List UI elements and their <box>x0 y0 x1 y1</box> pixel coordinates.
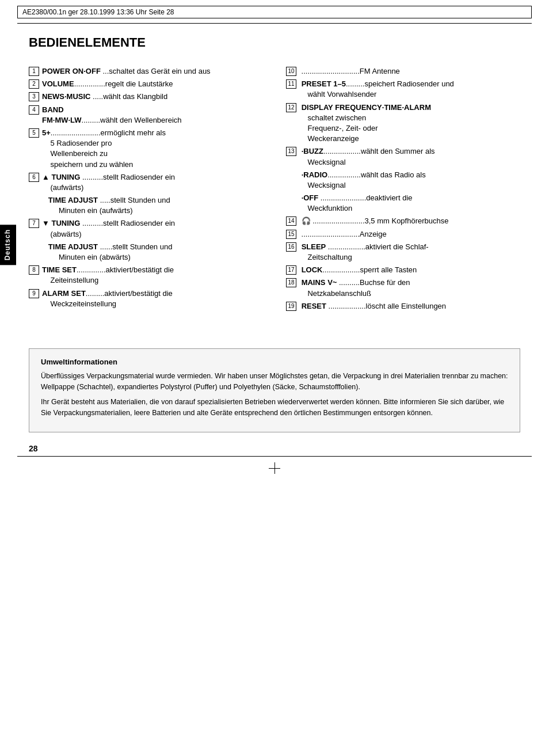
item-content-7: ▼ TUNING ..........stellt Radiosender ei… <box>42 218 263 239</box>
item-number-10: 10 <box>286 67 296 76</box>
list-item: TIME ADJUST ......stellt Stunden und Min… <box>29 242 263 263</box>
list-item: 8 TIME SET..............aktiviert/bestät… <box>29 265 263 286</box>
item-number-12: 12 <box>286 103 296 112</box>
item-content-5: 5+........................ermöglicht meh… <box>42 128 263 170</box>
header-text: AE2380/00.1n ger 28.10.1999 13:36 Uhr Se… <box>22 8 174 16</box>
item-content-9: ALARM SET.........aktiviert/bestätigt di… <box>42 288 263 309</box>
header-bar: AE2380/00.1n ger 28.10.1999 13:36 Uhr Se… <box>17 6 532 18</box>
item-number-6: 6 <box>29 173 39 182</box>
item-content-time-adjust-up: TIME ADJUST .....stellt Stunden und Minu… <box>42 195 263 216</box>
info-box-paragraph1: Überflüssiges Verpackungsmaterial wurde … <box>41 371 508 393</box>
item-content-13-radio: ·RADIO................wählt das Radio al… <box>299 170 520 191</box>
item-content-18: MAINS V~ ..........Buchse für den Netzka… <box>299 278 520 298</box>
info-box-paragraph2: Ihr Gerät besteht aus Materialien, die v… <box>41 397 508 419</box>
left-column: 1 POWER ON·OFF ...schaltet das Gerät ein… <box>29 66 263 314</box>
list-item: 9 ALARM SET.........aktiviert/bestätigt … <box>29 288 263 309</box>
item-content-17: LOCK..................sperrt alle Tasten <box>299 265 520 275</box>
list-item: 5 5+........................ermöglicht m… <box>29 128 263 170</box>
sidebar-label: Deutsch <box>0 225 16 265</box>
bottom-divider <box>17 456 532 457</box>
item-content-16: SLEEP ..................aktiviert die Sc… <box>299 242 520 263</box>
bottom-crosshair-area <box>17 459 532 477</box>
list-item: 13 ·BUZZ..................wählt den Summ… <box>286 146 520 167</box>
item-number-5: 5 <box>29 128 39 138</box>
item-number-13: 13 <box>286 147 296 156</box>
page-number: 28 <box>29 444 520 453</box>
page-wrapper: AE2380/00.1n ger 28.10.1999 13:36 Uhr Se… <box>0 6 549 756</box>
item-number-3: 3 <box>29 92 39 101</box>
info-box-title: Umweltinformationen <box>41 358 508 366</box>
list-item: 19 RESET ..................löscht alle E… <box>286 301 520 311</box>
item-number-19: 19 <box>286 302 296 311</box>
item-content-15: ............................Anzeige <box>299 229 520 240</box>
list-item: ·RADIO................wählt das Radio al… <box>286 170 520 191</box>
item-number-14: 14 <box>286 216 296 226</box>
columns: 1 POWER ON·OFF ...schaltet das Gerät ein… <box>29 66 520 314</box>
item-number-17: 17 <box>286 265 296 275</box>
item-content-10: ............................FM Antenne <box>299 66 520 77</box>
item-content-14: 🎧 .........................3,5 mm Kopfhö… <box>299 216 520 226</box>
item-content-2: VOLUME...............regelt die Lautstär… <box>42 79 263 89</box>
item-number-15: 15 <box>286 230 296 239</box>
list-item: 11 PRESET 1–5.........speichert Radiosen… <box>286 79 520 100</box>
item-number-7: 7 <box>29 219 39 228</box>
list-item: 14 🎧 .........................3,5 mm Kop… <box>286 216 520 226</box>
item-number-1: 1 <box>29 67 39 76</box>
page-title: BEDIENELEMENTE <box>29 35 520 55</box>
item-content-8: TIME SET..............aktiviert/bestätig… <box>42 265 263 286</box>
item-number-16: 16 <box>286 242 296 252</box>
item-content-1: POWER ON·OFF ...schaltet das Gerät ein u… <box>42 66 263 77</box>
item-number-11: 11 <box>286 79 296 89</box>
list-item: 2 VOLUME...............regelt die Lautst… <box>29 79 263 89</box>
list-item: 12 DISPLAY FREQUENCY·TIME·ALARM schaltet… <box>286 102 520 145</box>
item-content-12: DISPLAY FREQUENCY·TIME·ALARM schaltet zw… <box>299 102 520 145</box>
item-number-9: 9 <box>29 289 39 298</box>
item-number-4: 4 <box>29 105 39 115</box>
list-item: 7 ▼ TUNING ..........stellt Radiosender … <box>29 218 263 239</box>
info-box: Umweltinformationen Überflüssiges Verpac… <box>29 348 520 432</box>
item-number-2: 2 <box>29 79 39 89</box>
item-content-4: BAND FM·MW·LW.........wählt den Wellenbe… <box>42 105 263 126</box>
list-item: 3 NEWS·MUSIC .....wählt das Klangbild <box>29 92 263 102</box>
item-content-13-off: ·OFF ......................deaktiviert d… <box>299 193 520 214</box>
list-item: 16 SLEEP ..................aktiviert die… <box>286 242 520 263</box>
list-item: 1 POWER ON·OFF ...schaltet das Gerät ein… <box>29 66 263 77</box>
list-item: TIME ADJUST .....stellt Stunden und Minu… <box>29 195 263 216</box>
list-item: ·OFF ......................deaktiviert d… <box>286 193 520 214</box>
main-content: BEDIENELEMENTE 1 POWER ON·OFF ...schalte… <box>0 24 549 325</box>
list-item: 15 ............................Anzeige <box>286 229 520 240</box>
item-content-13: ·BUZZ..................wählt den Summer … <box>299 146 520 167</box>
list-item: 6 ▲ TUNING ..........stellt Radiosender … <box>29 172 263 193</box>
item-number-18: 18 <box>286 278 296 287</box>
list-item: 4 BAND FM·MW·LW.........wählt den Wellen… <box>29 105 263 126</box>
right-column: 10 ............................FM Antenn… <box>286 66 520 314</box>
item-content-19: RESET ..................löscht alle Eins… <box>299 301 520 311</box>
item-content-time-adjust-down: TIME ADJUST ......stellt Stunden und Min… <box>42 242 263 263</box>
item-content-6: ▲ TUNING ..........stellt Radiosender ei… <box>42 172 263 193</box>
item-content-3: NEWS·MUSIC .....wählt das Klangbild <box>42 92 263 102</box>
list-item: 18 MAINS V~ ..........Buchse für den Net… <box>286 278 520 298</box>
list-item: 10 ............................FM Antenn… <box>286 66 520 77</box>
item-number-8: 8 <box>29 265 39 275</box>
item-content-11: PRESET 1–5.........speichert Radiosender… <box>299 79 520 100</box>
list-item: 17 LOCK..................sperrt alle Tas… <box>286 265 520 275</box>
